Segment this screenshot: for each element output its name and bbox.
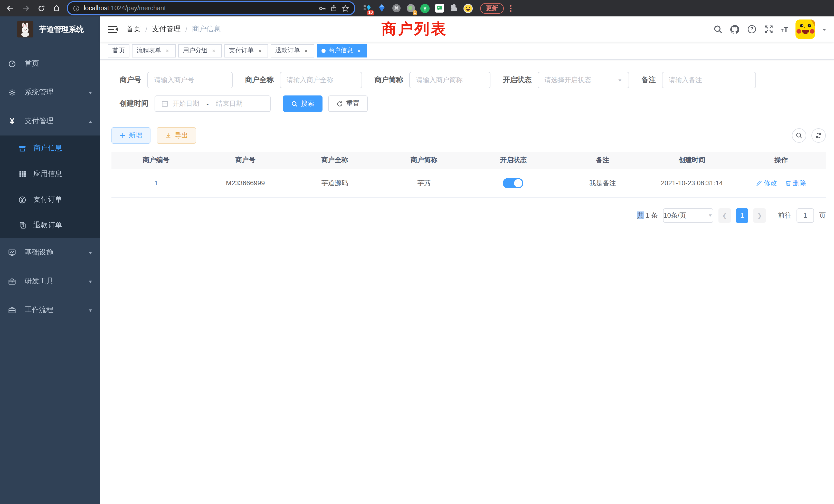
page-number-button[interactable]: 1 bbox=[736, 208, 748, 223]
ext-yuque-icon[interactable]: Y bbox=[420, 3, 430, 13]
close-icon[interactable]: × bbox=[256, 47, 263, 54]
edit-pencil-icon bbox=[756, 180, 762, 186]
show-search-icon-button[interactable] bbox=[792, 128, 806, 143]
url-text[interactable]: localhost:1024/pay/merchant bbox=[84, 5, 314, 12]
breadcrumb-separator: / bbox=[185, 25, 188, 33]
user-avatar[interactable] bbox=[795, 20, 815, 39]
sidebar-collapse-icon[interactable] bbox=[108, 24, 118, 35]
sidebar-item-system[interactable]: 系统管理 ▼ bbox=[0, 78, 100, 107]
close-icon[interactable]: × bbox=[164, 47, 171, 54]
prev-page-button[interactable]: ❮ bbox=[719, 208, 731, 223]
sidebar-item-app-info[interactable]: 应用信息 bbox=[0, 161, 100, 187]
col-short-name: 商户简称 bbox=[379, 152, 468, 169]
ext-gem-icon[interactable] bbox=[377, 3, 387, 13]
ext-badge: 10 bbox=[367, 10, 374, 15]
browser-menu-icon[interactable] bbox=[510, 5, 511, 12]
caret-down-icon[interactable] bbox=[822, 28, 826, 32]
sidebar-item-home[interactable]: 首页 bbox=[0, 49, 100, 78]
browser-forward-icon[interactable] bbox=[20, 2, 32, 14]
close-icon[interactable]: × bbox=[210, 47, 217, 54]
page-unit-label: 页 bbox=[819, 211, 826, 220]
ext-command-icon[interactable]: ⌘ bbox=[391, 3, 401, 13]
search-icon bbox=[291, 100, 298, 107]
profile-emoji-icon[interactable] bbox=[463, 3, 473, 13]
chevron-down-icon: ▼ bbox=[88, 90, 93, 95]
page-size-select[interactable]: 10条/页▼ bbox=[663, 208, 713, 223]
status-toggle[interactable] bbox=[503, 178, 524, 188]
browser-toolbar: localhost:1024/pay/merchant 10 ⌘ bbox=[0, 0, 834, 17]
date-range-input[interactable]: 开始日期 - 结束日期 bbox=[155, 95, 271, 112]
sidebar-item-infra[interactable]: 基础设施 ▼ bbox=[0, 238, 100, 267]
yen-circle-icon bbox=[19, 196, 26, 204]
dashboard-icon bbox=[8, 60, 16, 68]
bookmark-star-icon[interactable] bbox=[342, 4, 349, 12]
app-title: 芋道管理系统 bbox=[39, 24, 84, 34]
merchant-no-input[interactable]: 请输入商户号 bbox=[147, 72, 233, 88]
refresh-table-icon-button[interactable] bbox=[811, 128, 826, 143]
status-select[interactable]: 请选择开启状态▼ bbox=[538, 72, 629, 88]
site-info-icon[interactable] bbox=[73, 5, 80, 12]
ext-chat-icon[interactable] bbox=[435, 3, 444, 13]
goto-page-input[interactable] bbox=[796, 208, 814, 223]
table-row: 1 M233666999 芋道源码 芋艿 我是备注 2021-10-23 08:… bbox=[111, 169, 826, 197]
sidebar-logo[interactable]: 芋道管理系统 bbox=[0, 17, 100, 42]
tag-pay-order[interactable]: 支付订单× bbox=[224, 44, 268, 57]
tag-merchant-info[interactable]: 商户信息× bbox=[317, 44, 367, 57]
pagination: 共 1 条 10条/页▼ ❮ 1 ❯ 前往 页 bbox=[111, 208, 826, 223]
full-name-input[interactable]: 请输入商户全称 bbox=[280, 72, 362, 88]
share-icon[interactable] bbox=[330, 5, 337, 12]
remark-input[interactable]: 请输入备注 bbox=[662, 72, 756, 88]
browser-home-icon[interactable] bbox=[50, 2, 63, 14]
ext-badge: 1 bbox=[413, 10, 417, 15]
tag-process-form[interactable]: 流程表单× bbox=[132, 44, 176, 57]
tag-home[interactable]: 首页 bbox=[108, 44, 129, 57]
ext-sketch-icon[interactable]: 10 bbox=[363, 3, 372, 13]
next-page-button[interactable]: ❯ bbox=[753, 208, 766, 223]
briefcase-icon bbox=[8, 306, 16, 314]
sidebar-item-pay-order[interactable]: 支付订单 bbox=[0, 187, 100, 212]
merchant-no-label: 商户号 bbox=[120, 75, 141, 85]
short-name-input[interactable]: 请输入商户简称 bbox=[409, 72, 490, 88]
browser-reload-icon[interactable] bbox=[35, 2, 47, 14]
sidebar-item-merchant-info[interactable]: 商户信息 bbox=[0, 136, 100, 161]
breadcrumb-pay[interactable]: 支付管理 bbox=[152, 25, 181, 34]
extension-icons: 10 ⌘ 1 Y bbox=[363, 3, 473, 13]
close-icon[interactable]: × bbox=[355, 47, 363, 54]
sidebar-item-refund-order[interactable]: 退款订单 bbox=[0, 212, 100, 238]
sidebar-item-workflow[interactable]: 工作流程 ▼ bbox=[0, 296, 100, 324]
sidebar-item-pay[interactable]: ¥ 支付管理 ▲ bbox=[0, 107, 100, 136]
col-merchant-id: 商户编号 bbox=[111, 152, 201, 169]
search-icon[interactable] bbox=[713, 24, 723, 34]
font-size-icon[interactable]: TT bbox=[781, 25, 788, 33]
svg-text:Y: Y bbox=[423, 5, 427, 12]
url-bar[interactable]: localhost:1024/pay/merchant bbox=[68, 2, 354, 14]
delete-link[interactable]: 删除 bbox=[785, 178, 806, 188]
password-key-icon[interactable] bbox=[319, 4, 326, 12]
github-icon[interactable] bbox=[730, 24, 740, 34]
fullscreen-icon[interactable] bbox=[764, 24, 774, 34]
sidebar-item-dev-tools[interactable]: 研发工具 ▼ bbox=[0, 267, 100, 296]
pagination-total: 共 1 条 bbox=[637, 211, 658, 220]
monitor-chart-icon bbox=[8, 249, 16, 256]
add-button[interactable]: 新增 bbox=[111, 127, 151, 144]
download-icon bbox=[165, 132, 172, 139]
tag-refund-order[interactable]: 退款订单× bbox=[271, 44, 314, 57]
extensions-puzzle-icon[interactable] bbox=[449, 3, 459, 13]
tag-user-group[interactable]: 用户分组× bbox=[178, 44, 222, 57]
search-button[interactable]: 搜索 bbox=[283, 95, 323, 112]
breadcrumb-current: 商户信息 bbox=[192, 25, 221, 34]
export-button[interactable]: 导出 bbox=[157, 127, 196, 144]
browser-back-icon[interactable] bbox=[4, 2, 17, 14]
close-icon[interactable]: × bbox=[303, 47, 310, 54]
search-form-row-1: 商户号 请输入商户号 商户全称 请输入商户全称 商户简称 请输入商户简称 开启状… bbox=[120, 72, 826, 88]
help-icon[interactable] bbox=[747, 24, 757, 34]
ext-tray-icon[interactable]: 1 bbox=[406, 3, 415, 13]
breadcrumb-home[interactable]: 首页 bbox=[126, 25, 141, 34]
chrome-update-button[interactable]: 更新 bbox=[480, 3, 504, 14]
reset-button[interactable]: 重置 bbox=[328, 95, 368, 112]
chevron-down-icon: ▼ bbox=[708, 213, 713, 217]
cell-merchant-no: M233666999 bbox=[201, 169, 290, 197]
edit-link[interactable]: 修改 bbox=[756, 178, 777, 188]
table-toolbar: 新增 导出 bbox=[111, 127, 826, 144]
viewport: localhost:1024/pay/merchant 10 ⌘ bbox=[0, 0, 834, 504]
